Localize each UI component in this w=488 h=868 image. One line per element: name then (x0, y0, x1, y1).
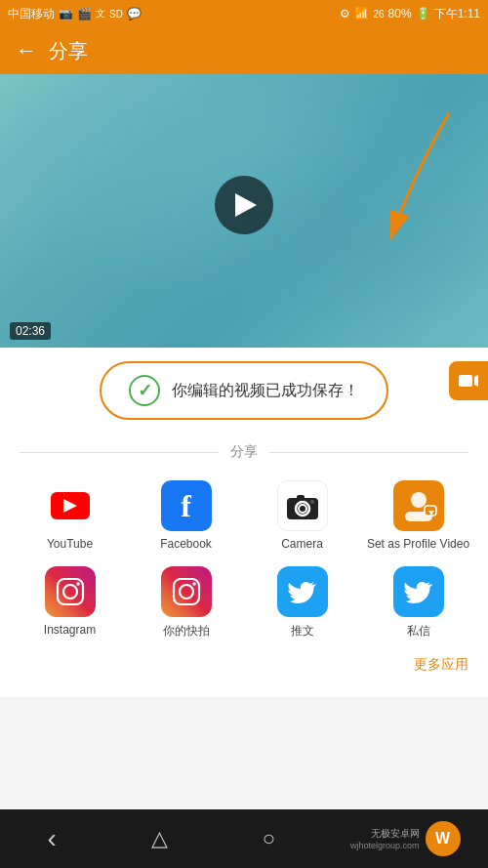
dm-label: 私信 (407, 623, 430, 640)
svg-rect-16 (459, 375, 472, 387)
svg-rect-4 (297, 495, 305, 500)
facebook-label: Facebook (160, 537, 212, 551)
kuaipai-svg (170, 575, 203, 608)
app-item-instagram[interactable]: Instagram (16, 566, 124, 640)
share-label: 分享 (230, 443, 258, 461)
nav-home-button[interactable]: △ (132, 818, 187, 859)
branding-logo: 无极安卓网 wjhotelgroup.com W (350, 821, 461, 856)
youtube-icon (45, 480, 96, 531)
floating-video-icon (457, 369, 480, 393)
settings-icon: ⚙ (340, 7, 350, 21)
bottom-nav: ‹ △ ○ 无极安卓网 wjhotelgroup.com W (0, 809, 488, 868)
nav-back-button[interactable]: ‹ (27, 815, 75, 862)
success-message: 你编辑的视频已成功保存！ (172, 381, 359, 401)
battery-text: 80% (388, 7, 412, 21)
svg-point-6 (411, 492, 427, 508)
carrier-text: 中国移动 (8, 6, 55, 22)
sd-icon: SD (109, 9, 123, 20)
twitter-tweet-icon (277, 566, 328, 617)
app-grid-row1: YouTube f Facebook Camera (0, 473, 488, 558)
notification-icon: 💬 (127, 7, 142, 21)
checkmark: ✓ (138, 380, 152, 401)
facebook-icon: f (161, 480, 212, 531)
divider-right (269, 452, 468, 453)
play-icon (235, 193, 257, 217)
header: ← 分享 (0, 27, 488, 74)
wifi-icon: 📶 (354, 7, 369, 21)
logo-image: 无极安卓网 wjhotelgroup.com (350, 827, 420, 850)
svg-point-15 (192, 582, 196, 586)
instagram-icon (45, 566, 96, 617)
logo-text-line1: 无极安卓网 (371, 827, 420, 841)
youtube-play-triangle (63, 499, 77, 513)
app-item-kuaipai[interactable]: 你的快拍 (132, 566, 240, 640)
app-grid-row2: Instagram 你的快拍 推文 (0, 558, 488, 647)
camera-icon: 📷 (59, 7, 73, 21)
check-circle-icon: ✓ (129, 375, 160, 406)
app-item-camera[interactable]: Camera (248, 480, 356, 551)
camera-svg (285, 488, 320, 523)
app-item-facebook[interactable]: f Facebook (132, 480, 240, 551)
share-divider: 分享 (0, 443, 488, 473)
tweet-label: 推文 (291, 623, 314, 640)
logo-circle: W (426, 821, 461, 856)
video-player[interactable]: 02:36 (0, 74, 488, 348)
status-bar: 中国移动 📷 🎬 文 SD 💬 ⚙ 📶 26 80% 🔋 下午1:11 (0, 0, 488, 27)
svg-marker-17 (474, 375, 478, 387)
play-button[interactable] (215, 176, 273, 234)
youtube-logo (51, 492, 90, 519)
nav-recents-button[interactable]: ○ (243, 818, 295, 859)
twitter-dm-icon (393, 566, 444, 617)
back-button[interactable]: ← (16, 38, 37, 63)
profile-video-label: Set as Profile Video (367, 537, 469, 551)
success-section: ✓ 你编辑的视频已成功保存！ (0, 348, 488, 434)
floating-video-button[interactable] (449, 361, 488, 400)
svg-point-11 (63, 585, 77, 599)
time-text: 下午1:11 (434, 6, 480, 22)
more-apps-button[interactable]: 更多应用 (414, 656, 468, 672)
camera-icon (277, 480, 328, 531)
signal-icon: 26 (373, 9, 384, 20)
battery-icon: 🔋 (416, 7, 430, 21)
camera-label: Camera (281, 537, 323, 551)
app-item-tweet[interactable]: 推文 (248, 566, 356, 640)
success-bubble: ✓ 你编辑的视频已成功保存！ (100, 361, 388, 420)
video-icon: 🎬 (77, 7, 92, 21)
instagram-svg (54, 575, 87, 608)
status-right: ⚙ 📶 26 80% 🔋 下午1:11 (340, 6, 480, 22)
kuaipai-label: 你的快拍 (163, 623, 210, 640)
kuaipai-icon (161, 566, 212, 617)
more-apps-section: 更多应用 (0, 647, 488, 678)
page-title: 分享 (49, 38, 88, 64)
profile-video-svg (399, 486, 438, 525)
app-item-profile-video[interactable]: Set as Profile Video (364, 480, 472, 551)
svg-point-5 (310, 500, 314, 504)
youtube-label: YouTube (47, 537, 93, 551)
svg-point-12 (76, 582, 80, 586)
app-item-youtube[interactable]: YouTube (16, 480, 124, 551)
profile-video-icon (393, 480, 444, 531)
divider-left (20, 452, 219, 453)
text-icon: 文 (96, 7, 105, 21)
app-item-dm[interactable]: 私信 (364, 566, 472, 640)
status-left: 中国移动 📷 🎬 文 SD 💬 (8, 6, 142, 22)
instagram-label: Instagram (44, 623, 96, 637)
twitter-tweet-svg (287, 576, 318, 607)
video-duration: 02:36 (10, 322, 51, 340)
share-section: 分享 YouTube f Facebook (0, 434, 488, 697)
logo-text-line2: wjhotelgroup.com (350, 841, 420, 850)
twitter-dm-svg (403, 576, 434, 607)
svg-point-14 (180, 585, 193, 599)
